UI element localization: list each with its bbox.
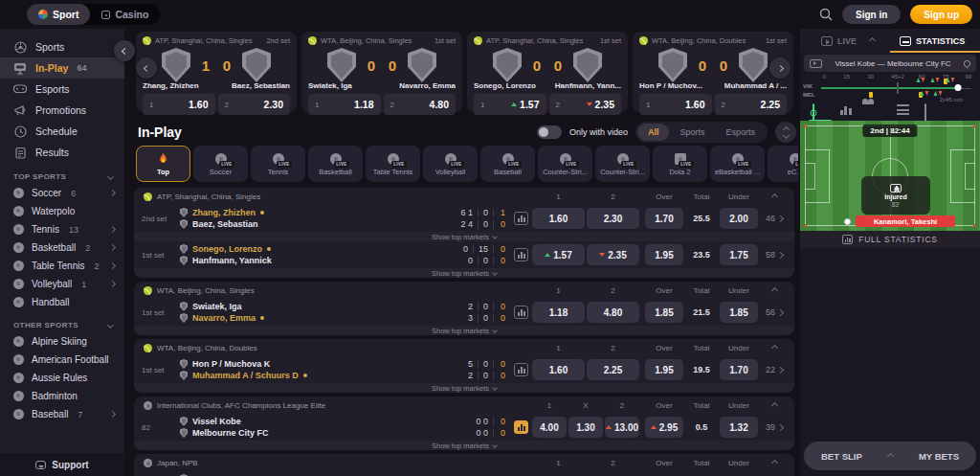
sidebar-item-handball[interactable]: Handball [0,293,124,311]
my-bets-tab[interactable]: MY BETS [919,451,959,462]
sidebar-item-sports[interactable]: Sports [0,36,124,57]
match-row-vissel-kobe[interactable]: 82 Vissel Kobe Melbourne City FC 0 00 0 … [134,414,794,441]
sidebar-item-badminton[interactable]: Badminton [0,387,124,405]
odds-2-button[interactable]: 4.80 [587,302,639,323]
tab-soccer[interactable]: LIVESoccer [193,146,248,182]
odds-x-button[interactable]: 1.30 [568,417,603,438]
tab-partial[interactable]: LIVEeC... [768,146,798,182]
match-stats-icon[interactable] [514,306,528,319]
odds-1-button[interactable]: 1.60 [532,208,585,229]
odds-1-button[interactable]: 11.60 [639,94,712,115]
tab-volleyball[interactable]: LIVEVolleyball [423,146,478,182]
odds-2-button[interactable]: 24.80 [384,94,457,115]
only-with-video-toggle[interactable] [537,125,562,139]
selected-match-bar[interactable]: Vissel Kobe — Melbourne City FC [804,55,976,72]
odds-under-button[interactable]: 1.85 [720,302,758,323]
sidebar-item-baseball[interactable]: Baseball7 [0,405,124,423]
odds-1-button[interactable]: 11.60 [143,94,215,115]
tab-top[interactable]: Top [136,146,190,182]
match-row[interactable]: 1st set Sonego, Lorenzo Hanfmann, Yannic… [134,241,794,268]
filter-sports[interactable]: Sports [669,124,715,141]
sidebar-collapse-button[interactable] [114,40,135,61]
sidebar-item-table-tennis[interactable]: Table Tennis2 [0,257,124,275]
tab-basketball[interactable]: LIVEBasketball [308,146,363,182]
sidebar-item-alpine-skiing[interactable]: Alpine Skiing [0,332,124,351]
more-markets-link[interactable]: 39 [758,414,791,441]
bet-slip-tab[interactable]: BET SLIP [821,451,862,462]
sport-mode-button[interactable]: Sport [27,4,90,25]
collapse-panel-icon[interactable] [869,37,876,44]
match-row[interactable]: 1st set Hon P / Muchova K Muhammad A / S… [134,356,794,383]
sidebar-item-basketball[interactable]: Basketball2 [0,238,124,257]
odds-2-button[interactable]: 2.35 [587,244,639,265]
tab-table-tennis[interactable]: LIVETable Tennis [366,146,420,182]
tab-ebasketball[interactable]: LIVEeBasketball ... [710,146,765,182]
featured-match-card[interactable]: ATP, Shanghai, China, Singles1st set 00 … [467,32,628,112]
odds-1-button[interactable]: 1.57 [532,244,585,265]
show-top-markets[interactable]: Show top markets [134,441,794,450]
pin-icon[interactable] [963,58,972,68]
featured-match-card[interactable]: ATP, Shanghai, China, Singles2nd set 10 … [136,32,297,112]
match-row[interactable]: 2nd set Zhang, Zhizhen Baez, Sebastian 6… [134,205,794,232]
odds-over-button[interactable]: 1.95 [645,244,683,265]
odds-under-button[interactable]: 1.32 [720,417,758,438]
odds-over-button[interactable]: 1.70 [645,208,683,229]
match-stats-icon[interactable] [514,363,528,376]
top-sports-section-header[interactable]: TOP SPORTS [0,169,124,184]
odds-under-button[interactable]: 1.75 [720,244,758,265]
support-button[interactable]: Support [0,453,124,476]
sidebar-item-aussie-rules[interactable]: Aussie Rules [0,369,124,387]
more-markets-link[interactable]: 58 [758,241,791,268]
featured-match-card[interactable]: WTA, Beijing, China, Singles1st set 00 S… [301,32,462,112]
odds-1-button[interactable]: 11.18 [308,94,381,115]
filter-esports[interactable]: Esports [715,124,766,141]
odds-under-button[interactable]: 2.00 [720,208,758,229]
more-markets-link[interactable]: 22 [758,356,791,383]
tab-dota-2[interactable]: LIVEDota 2 [653,146,707,182]
cards-scroll-left-button[interactable] [136,57,157,79]
odds-under-button[interactable]: 1.70 [720,359,758,380]
show-top-markets[interactable]: Show top markets [134,383,794,393]
sidebar-item-in-play[interactable]: In-Play 64 [0,57,124,79]
odds-over-button[interactable]: 2.95 [645,417,683,438]
odds-over-button[interactable]: 1.95 [645,359,683,380]
jersey-icon[interactable] [952,104,968,117]
collapse-group-button[interactable] [764,339,785,356]
commentary-mic-icon[interactable] [924,104,940,117]
show-top-markets[interactable]: Show top markets [134,326,794,335]
match-stats-icon[interactable] [514,212,528,225]
sidebar-item-volleyball[interactable]: Volleyball1 [0,275,124,293]
odds-2-button[interactable]: 13.00 [605,417,639,438]
sidebar-item-results[interactable]: Results [0,142,124,163]
pitch-view-icon[interactable] [813,104,828,117]
tab-counter-strike-1[interactable]: LIVECounter-Stri... [538,146,592,182]
search-icon[interactable] [819,8,833,21]
match-stats-icon[interactable] [514,248,528,261]
more-markets-link[interactable]: 46 [758,205,791,232]
lineups-icon[interactable] [868,104,883,117]
more-markets-link[interactable]: 56 [758,299,791,326]
show-top-markets[interactable]: Show top markets [134,268,794,278]
sidebar-item-schedule[interactable]: Schedule [0,121,124,142]
match-row[interactable]: Break top [134,471,794,476]
sidebar-item-american-football[interactable]: American Football [0,351,124,369]
stats-bars-icon[interactable] [840,104,856,117]
casino-mode-button[interactable]: Casino [90,4,160,25]
collapse-group-button[interactable] [764,454,785,471]
collapse-group-button[interactable] [764,397,785,414]
table-view-icon[interactable] [897,104,912,117]
sidebar-item-esports[interactable]: Esports [0,79,124,100]
tab-counter-strike-2[interactable]: LIVECounter-Stri... [595,146,650,182]
show-top-markets[interactable]: Show top markets [134,232,794,241]
collapse-group-button[interactable] [764,282,785,299]
sign-up-button[interactable]: Sign up [910,5,972,24]
tab-baseball[interactable]: LIVEBaseball [480,146,535,182]
odds-2-button[interactable]: 2.30 [587,208,639,229]
odds-1-button[interactable]: 1.18 [532,302,585,323]
tab-statistics[interactable]: STATISTICS [900,36,965,46]
collapse-all-button[interactable] [775,122,796,143]
match-stats-icon-active[interactable] [514,420,528,434]
odds-1-button[interactable]: 11.57 [474,94,546,115]
odds-1-button[interactable]: 1.60 [532,359,585,380]
odds-2-button[interactable]: 22.25 [715,94,788,115]
